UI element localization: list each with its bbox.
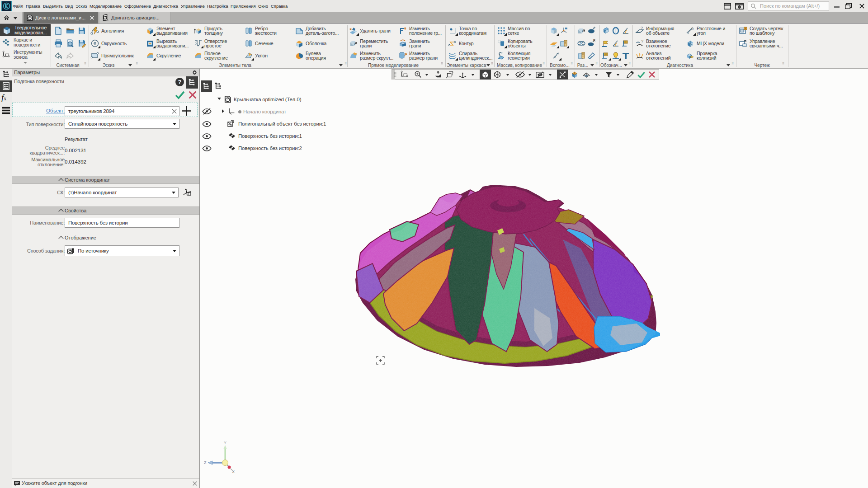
svg-text:Z: Z [204, 460, 207, 465]
svg-text:Y: Y [224, 441, 226, 445]
